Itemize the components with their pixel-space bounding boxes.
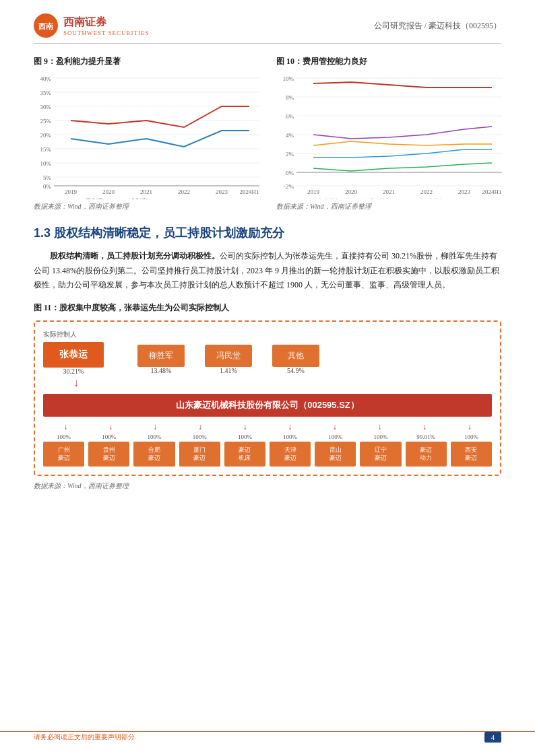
svg-text:2019: 2019	[65, 188, 77, 195]
down-arrow: ↓	[43, 378, 492, 388]
sub-8: 99.01% 豪迈动力	[406, 434, 447, 467]
main-person-block: 张恭运 30.21%	[43, 342, 104, 375]
sub-pct-8: 99.01%	[416, 434, 435, 440]
chart9-source: 数据来源：Wind，西南证券整理	[34, 202, 263, 211]
svg-text:销售费用率: 销售费用率	[312, 199, 340, 199]
svg-text:10%: 10%	[283, 75, 294, 82]
svg-text:25%: 25%	[40, 118, 52, 125]
side-pct-2: 54.9%	[287, 367, 305, 374]
side-pct-0: 13.48%	[151, 367, 172, 374]
sub-pct-6: 100%	[328, 434, 342, 440]
footer: 请务必阅读正文后的重要声明部分 4	[0, 731, 535, 743]
svg-text:财务费用率: 财务费用率	[417, 199, 444, 199]
svg-text:2022: 2022	[178, 188, 190, 195]
svg-text:2023: 2023	[458, 188, 471, 195]
charts-row: 图 9：盈利能力提升显著 40% 35% 30% 25% 20% 15% 10%…	[34, 56, 501, 211]
sub-pct-1: 100%	[102, 434, 116, 440]
side-person-2-box: 其他	[272, 345, 319, 367]
sub-5: 100% 天津豪迈	[270, 434, 311, 467]
sub-7: 100% 辽宁豪迈	[360, 434, 401, 467]
chart10-box: 图 10：费用管控能力良好 10% 8% 6% 4% 2% 0% -2%	[276, 56, 505, 211]
body-text: 股权结构清晰，员工持股计划充分调动积极性。公司的实际控制人为张恭运先生，直接持有…	[34, 249, 501, 293]
side-person-0-box: 柳胜军	[137, 345, 185, 367]
sub-box-4: 豪迈机床	[224, 442, 265, 467]
sub-2: 100% 合肥豪迈	[133, 434, 175, 467]
svg-text:2020: 2020	[345, 188, 358, 195]
sub-6: 100% 昆山豪迈	[315, 434, 356, 467]
svg-text:15%: 15%	[40, 146, 52, 153]
svg-text:6%: 6%	[286, 113, 294, 120]
company-box: 山东豪迈机械科技股份有限公司（002595.SZ）	[43, 394, 492, 417]
sub-pct-2: 100%	[148, 434, 162, 440]
side-pct-1: 1.41%	[220, 367, 237, 374]
logo-text: 西南证券	[63, 15, 150, 30]
svg-text:10%: 10%	[40, 160, 52, 167]
main-person-box: 张恭运	[43, 342, 104, 368]
svg-text:毛利率: 毛利率	[86, 198, 104, 199]
svg-text:4%: 4%	[286, 132, 294, 139]
svg-text:2021: 2021	[140, 188, 152, 195]
footer-disclaimer: 请务必阅读正文后的重要声明部分	[34, 732, 135, 742]
main-pct: 30.21%	[63, 368, 84, 375]
svg-text:西南: 西南	[38, 22, 53, 30]
sub-box-8: 豪迈动力	[406, 442, 447, 467]
side-person-1-box: 冯民堂	[205, 345, 252, 367]
body-bold: 股权结构清晰，员工持股计划充分调动积极性。	[50, 251, 220, 261]
sub-box-5: 天津豪迈	[270, 442, 311, 467]
svg-text:30%: 30%	[40, 104, 52, 110]
logo-icon: 西南	[34, 13, 58, 38]
logo-area: 西南 西南证券 SOUTHWEST SECURITIES	[34, 13, 150, 38]
sub-box-7: 辽宁豪迈	[360, 442, 401, 467]
svg-text:8%: 8%	[286, 94, 294, 101]
sub-box-2: 合肥豪迈	[133, 442, 175, 467]
sub-4: 100% 豪迈机床	[224, 434, 265, 467]
sub-box-9: 西安豪迈	[451, 442, 492, 467]
sub-pct-3: 100%	[193, 434, 207, 440]
chart9-svg: 40% 35% 30% 25% 20% 15% 10% 5% 0%	[34, 71, 263, 199]
svg-text:2024H1: 2024H1	[482, 188, 502, 195]
sub-9: 100% 西安豪迈	[451, 434, 492, 467]
figure11-source: 数据来源：Wind，西南证券整理	[34, 481, 501, 491]
sub-box-1: 贵州豪迈	[88, 442, 129, 467]
page: 西南 西南证券 SOUTHWEST SECURITIES 公司研究报告 / 豪迈…	[0, 0, 535, 756]
svg-text:20%: 20%	[40, 132, 52, 139]
svg-text:0%: 0%	[286, 170, 294, 176]
chart10-container: 10% 8% 6% 4% 2% 0% -2% 2019	[276, 71, 505, 199]
chart9-title: 图 9：盈利能力提升显著	[34, 56, 263, 67]
chart10-source: 数据来源：Wind，西南证券整理	[276, 202, 505, 211]
svg-text:2019: 2019	[307, 188, 320, 195]
svg-text:-2%: -2%	[284, 183, 294, 190]
sub-pct-7: 100%	[374, 434, 388, 440]
report-label: 公司研究报告 / 豪迈科技（002595）	[374, 20, 501, 32]
side-person-2: 其他 54.9%	[272, 345, 319, 374]
sub-arrows: ↓↓↓↓↓↓↓↓↓↓	[43, 422, 492, 432]
svg-text:5%: 5%	[43, 174, 52, 181]
svg-text:35%: 35%	[40, 90, 52, 96]
chart10-title: 图 10：费用管控能力良好	[276, 56, 505, 67]
sub-1: 100% 贵州豪迈	[88, 434, 129, 467]
sub-pct-0: 100%	[57, 434, 71, 440]
sub-box-6: 昆山豪迈	[315, 442, 356, 467]
logo-sub: SOUTHWEST SECURITIES	[63, 30, 150, 36]
svg-text:2%: 2%	[286, 151, 294, 158]
sub-3: 100% 厦门豪迈	[179, 434, 220, 467]
sub-pct-4: 100%	[238, 434, 252, 440]
chart9-container: 40% 35% 30% 25% 20% 15% 10% 5% 0%	[34, 71, 263, 199]
sub-pct-5: 100%	[283, 434, 297, 440]
section-heading: 1.3 股权结构清晰稳定，员工持股计划激励充分	[34, 225, 501, 241]
header: 西南 西南证券 SOUTHWEST SECURITIES 公司研究报告 / 豪迈…	[34, 13, 501, 44]
figure11-title: 图 11：股权集中度较高，张恭运先生为公司实际控制人	[34, 302, 501, 314]
control-label: 实际控制人	[43, 330, 492, 339]
sub-box-0: 广州豪迈	[43, 442, 84, 467]
sub-pct-9: 100%	[464, 434, 478, 440]
subsidiaries-row: 100% 广州豪迈 100% 贵州豪迈 100% 合肥豪迈 100% 厦门豪迈 …	[43, 434, 492, 467]
footer-page: 4	[484, 732, 502, 743]
svg-text:2023: 2023	[216, 188, 228, 195]
svg-text:2020: 2020	[102, 188, 115, 195]
svg-text:净利率: 净利率	[129, 198, 148, 199]
side-person-0: 柳胜军 13.48%	[137, 345, 185, 374]
sub-0: 100% 广州豪迈	[43, 434, 84, 467]
sub-box-3: 厦门豪迈	[179, 442, 220, 467]
svg-text:0%: 0%	[43, 183, 52, 190]
svg-text:2022: 2022	[420, 188, 433, 195]
